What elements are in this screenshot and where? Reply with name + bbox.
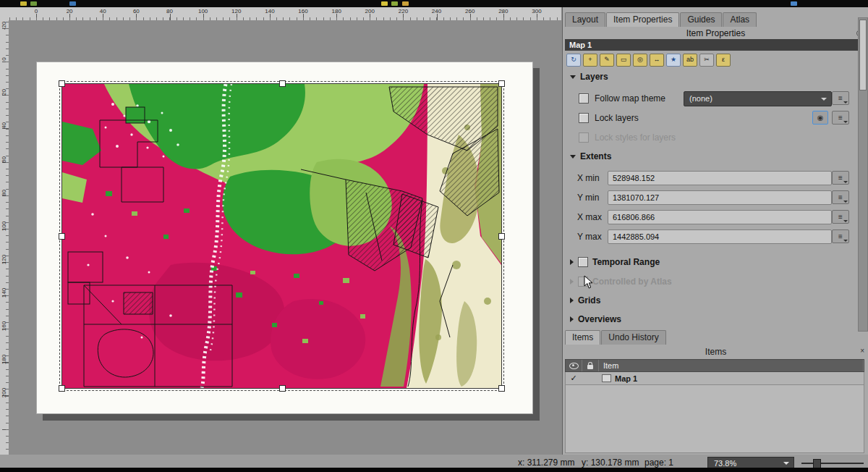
lock-layers-row: Lock layers xyxy=(579,111,639,125)
layout-canvas[interactable] xyxy=(9,20,561,455)
lock-override-wrap: ≡ xyxy=(832,111,849,125)
cursor-x-readout: x: 311.279 mm xyxy=(518,458,574,468)
qgis-print-layout-window: 0204060801001201401601802002202402602803… xyxy=(0,0,868,472)
map-item-icon xyxy=(602,374,611,382)
resize-handle-middle-left[interactable] xyxy=(59,233,65,240)
expand-arrow-icon xyxy=(570,279,574,285)
chevron-down-icon xyxy=(783,462,789,465)
panel-scrollbar-thumb[interactable] xyxy=(859,20,867,90)
resize-handle-top-left[interactable] xyxy=(59,80,65,87)
toolbar-icon[interactable] xyxy=(381,1,388,6)
clipping-settings-icon[interactable]: ✂ xyxy=(699,54,714,67)
toolbar-icon[interactable] xyxy=(391,1,398,6)
temporal-range-group-header[interactable]: Temporal Range xyxy=(570,257,660,267)
lock-styles-row: Lock styles for layers xyxy=(579,130,676,144)
bookmarks-icon[interactable]: ★ xyxy=(666,54,681,67)
layers-group-header[interactable]: Layers xyxy=(570,72,608,82)
override-icon: ≡ xyxy=(838,193,843,201)
page-readout: page: 1 xyxy=(644,458,673,468)
lock-layers-override-button[interactable]: ≡ xyxy=(832,111,849,125)
ymin-override-button[interactable]: ≡ xyxy=(832,190,849,204)
override-icon: ≡ xyxy=(838,174,843,182)
ymax-override-button[interactable]: ≡ xyxy=(832,229,849,243)
extent-xmin-row: X min 528948.152 ≡ xyxy=(577,171,859,185)
lock-layers-checkbox[interactable] xyxy=(579,113,589,123)
tab-atlas[interactable]: Atlas xyxy=(723,12,757,27)
toolbar-icon[interactable] xyxy=(402,1,409,6)
panel-tab-bar: Layout Item Properties Guides Atlas xyxy=(565,12,757,27)
items-table-header: Item xyxy=(565,359,864,372)
xmin-override-button[interactable]: ≡ xyxy=(832,171,849,185)
visibility-column-icon xyxy=(569,363,579,369)
map-theme-dropdown[interactable]: (none) xyxy=(684,91,832,106)
override-icon: ≡ xyxy=(838,114,843,122)
controlled-by-atlas-label: Controlled by Atlas xyxy=(592,277,672,287)
items-list-background xyxy=(565,385,864,453)
ymax-input[interactable]: 1442885.094 xyxy=(608,229,832,244)
toolbar-icon[interactable] xyxy=(791,1,797,6)
toolbar-icon[interactable] xyxy=(30,1,37,6)
close-icon[interactable]: × xyxy=(860,347,864,355)
zoom-level-dropdown[interactable]: 73.8% xyxy=(707,457,794,468)
resize-handle-bottom-left[interactable] xyxy=(59,385,65,392)
set-scale-icon[interactable]: ↔ xyxy=(650,54,664,67)
resize-handle-middle-right[interactable] xyxy=(498,233,505,240)
xmin-input[interactable]: 528948.152 xyxy=(608,171,832,185)
resize-handle-top-middle[interactable] xyxy=(279,80,286,87)
overviews-group-header[interactable]: Overviews xyxy=(570,314,621,324)
expand-arrow-icon xyxy=(570,298,574,303)
labeling-settings-icon[interactable]: ab xyxy=(683,54,697,67)
toolbar-icon[interactable] xyxy=(69,1,76,6)
zoom-slider-track[interactable] xyxy=(801,463,864,464)
lock-layers-style-button[interactable]: ◉ xyxy=(812,111,828,125)
items-tab-bar: Items Undo History xyxy=(565,330,666,345)
ymin-input[interactable]: 1381070.127 xyxy=(608,190,832,205)
map-item[interactable] xyxy=(61,83,502,389)
lock-styles-checkbox xyxy=(579,132,589,143)
zoom-value: 73.8% xyxy=(714,459,736,468)
xmax-input[interactable]: 616806.866 xyxy=(608,210,832,224)
view-extent-in-canvas-icon[interactable]: ◎ xyxy=(633,54,647,67)
map-theme-value: (none) xyxy=(689,94,712,103)
set-extent-to-canvas-icon[interactable]: ▭ xyxy=(616,54,631,67)
item-properties-panel: Layout Item Properties Guides Atlas Item… xyxy=(562,7,868,455)
tab-items[interactable]: Items xyxy=(565,330,600,345)
override-icon: ≡ xyxy=(838,94,843,102)
tab-undo-history[interactable]: Undo History xyxy=(601,330,665,345)
follow-map-theme-checkbox[interactable] xyxy=(579,93,589,104)
resize-handle-bottom-right[interactable] xyxy=(498,385,505,392)
grids-group-header[interactable]: Grids xyxy=(570,295,600,305)
toolbar-icon[interactable] xyxy=(20,1,27,6)
layers-group-label: Layers xyxy=(580,72,608,82)
extent-ymax-row: Y max 1442885.094 ≡ xyxy=(577,229,859,244)
expand-arrow-icon xyxy=(570,259,574,265)
visibility-check-icon[interactable]: ✓ xyxy=(566,374,582,383)
lock-styles-label: Lock styles for layers xyxy=(595,132,676,143)
tab-guides[interactable]: Guides xyxy=(680,12,722,27)
mouse-cursor xyxy=(584,275,594,290)
collapse-arrow-icon xyxy=(570,75,576,79)
tab-layout[interactable]: Layout xyxy=(565,12,605,27)
follow-map-theme-row: Follow map theme xyxy=(579,91,665,105)
status-bar: x: 311.279 mm y: 130.178 mm page: 1 73.8… xyxy=(0,455,868,472)
expand-arrow-icon xyxy=(570,316,574,322)
theme-override-button[interactable]: ≡ xyxy=(832,91,849,105)
resize-handle-top-right[interactable] xyxy=(498,80,505,87)
refresh-preview-icon[interactable]: ↻ xyxy=(566,54,581,67)
items-row-map1[interactable]: ✓ Map 1 xyxy=(565,372,864,385)
extents-group-header[interactable]: Extents xyxy=(570,151,611,161)
panel-scrollbar[interactable] xyxy=(858,17,868,332)
tab-item-properties[interactable]: Item Properties xyxy=(606,12,679,27)
resize-handle-bottom-middle[interactable] xyxy=(279,385,286,392)
temporal-range-checkbox[interactable] xyxy=(578,257,588,267)
expression-icon[interactable]: ε xyxy=(716,54,731,67)
top-toolbar-strip xyxy=(0,0,868,7)
ymin-label: Y min xyxy=(577,193,599,203)
move-content-icon[interactable]: + xyxy=(583,54,597,67)
cursor-y-readout: y: 130.178 mm xyxy=(582,458,639,468)
edit-extent-icon[interactable]: ✎ xyxy=(600,54,614,67)
overviews-label: Overviews xyxy=(578,314,621,324)
xmax-override-button[interactable]: ≡ xyxy=(832,210,849,224)
horizontal-ruler[interactable]: 0204060801001201401601802002202402602803… xyxy=(9,7,561,21)
bottom-edge-strip xyxy=(0,468,868,472)
